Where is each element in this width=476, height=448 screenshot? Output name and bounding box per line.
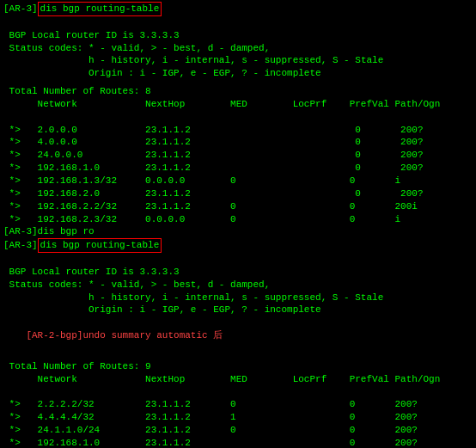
- status-codes-3: Origin : i - IGP, e - EGP, ? - incomplet…: [3, 67, 473, 80]
- status-codes-3c: Origin : i - IGP, e - EGP, ? - incomplet…: [3, 304, 473, 316]
- route-row-1-6: *> 192.168.2.0 23.1.1.2 0 200?: [3, 187, 473, 200]
- route-row-1-4: *> 192.168.1.0 23.1.1.2 0 200?: [3, 162, 473, 175]
- router-id-3: BGP Local router ID is 3.3.3.3: [3, 266, 473, 279]
- red-announcement: [AR-2-bgp]undo summary automatic 后: [3, 316, 473, 355]
- route-row-1-1: *> 2.0.0.0 23.1.1.2 0 200?: [3, 124, 473, 137]
- status-codes-3b: h - history, i - internal, s - suppresse…: [3, 292, 473, 304]
- prompt-line-2: [AR-3]dis bgp ro: [3, 225, 473, 238]
- command-box-3: dis bgp routing-table: [38, 238, 162, 253]
- output-blank-1: [3, 16, 473, 29]
- route-row-1-2: *> 4.0.0.0 23.1.1.2 0 200?: [3, 136, 473, 149]
- command-2: dis bgp ro: [38, 225, 95, 238]
- total-routes-1: Total Number of Routes: 8: [3, 85, 473, 98]
- route-row-1-3: *> 24.0.0.0 23.1.1.2 0 200?: [3, 149, 473, 162]
- total-routes-4: Total Number of Routes: 9: [3, 360, 473, 373]
- red-text-line: [AR-2-bgp]undo summary automatic 后: [26, 330, 223, 341]
- table-blank-4: [3, 385, 473, 398]
- table-blank-1: [3, 111, 473, 124]
- history-label: history: [111, 55, 150, 65]
- prompt-2: [AR-3]: [3, 225, 38, 238]
- output-blank-3: [3, 253, 473, 266]
- table-header-4: Network NextHop MED LocPrf PrefVal Path/…: [3, 373, 473, 386]
- prompt-1: [AR-3]: [3, 3, 38, 15]
- prompt-3: [AR-3]: [3, 239, 38, 252]
- status-codes-1: Status codes: * - valid, > - best, d - d…: [3, 42, 473, 55]
- router-id-1: BGP Local router ID is 3.3.3.3: [3, 29, 473, 42]
- status-codes-2: h - history, i - internal, s - suppresse…: [3, 54, 473, 67]
- route-row-4-4: *> 192.168.1.0 23.1.1.2 0 200?: [3, 437, 473, 448]
- route-row-1-5: *> 192.168.1.3/32 0.0.0.0 0 0 i: [3, 175, 473, 187]
- route-row-4-2: *> 4.4.4.4/32 23.1.1.2 1 0 200?: [3, 411, 473, 424]
- prompt-line-1: [AR-3]dis bgp routing-table: [3, 2, 473, 16]
- route-row-4-3: *> 24.1.1.0/24 23.1.1.2 0 0 200?: [3, 424, 473, 437]
- status-codes-3a: Status codes: * - valid, > - best, d - d…: [3, 279, 473, 292]
- prompt-line-3: [AR-3]dis bgp routing-table: [3, 238, 473, 253]
- terminal: [AR-3]dis bgp routing-table BGP Local ro…: [0, 0, 476, 448]
- route-row-1-7: *> 192.168.2.2/32 23.1.1.2 0 0 200i: [3, 200, 473, 213]
- table-header-1: Network NextHop MED LocPrf PrefVal Path/…: [3, 98, 473, 111]
- route-row-4-1: *> 2.2.2.2/32 23.1.1.2 0 0 200?: [3, 398, 473, 411]
- route-row-1-8: *> 192.168.2.3/32 0.0.0.0 0 0 i: [3, 213, 473, 226]
- command-box-1: dis bgp routing-table: [38, 2, 162, 16]
